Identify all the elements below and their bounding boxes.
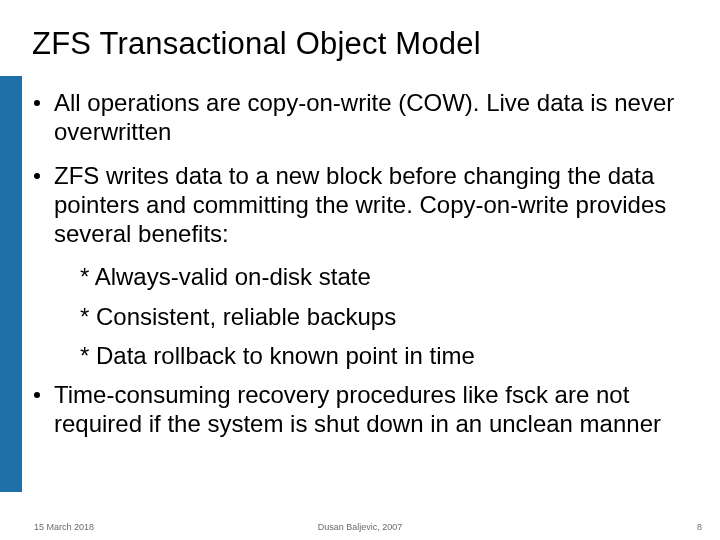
bullet-item: All operations are copy-on-write (COW). … — [34, 88, 696, 147]
bullet-text: ZFS writes data to a new block before ch… — [54, 161, 696, 249]
footer-author: Dusan Baljevic, 2007 — [0, 522, 720, 532]
bullet-item: Time-consuming recovery procedures like … — [34, 380, 696, 439]
bullet-text: Time-consuming recovery procedures like … — [54, 380, 696, 439]
footer-page-number: 8 — [697, 522, 702, 532]
slide-content: All operations are copy-on-write (COW). … — [34, 88, 696, 453]
bullet-dot-icon — [34, 392, 40, 398]
sub-item: * Consistent, reliable backups — [80, 302, 696, 331]
bullet-text: All operations are copy-on-write (COW). … — [54, 88, 696, 147]
slide-footer: 15 March 2018 Dusan Baljevic, 2007 8 — [0, 516, 720, 532]
sub-item: * Data rollback to known point in time — [80, 341, 696, 370]
sub-item: * Always-valid on-disk state — [80, 262, 696, 291]
bullet-dot-icon — [34, 173, 40, 179]
slide: ZFS Transactional Object Model All opera… — [0, 0, 720, 540]
sub-list: * Always-valid on-disk state * Consisten… — [80, 262, 696, 370]
accent-bar — [0, 76, 22, 492]
slide-title: ZFS Transactional Object Model — [32, 26, 481, 62]
bullet-item: ZFS writes data to a new block before ch… — [34, 161, 696, 249]
bullet-dot-icon — [34, 100, 40, 106]
